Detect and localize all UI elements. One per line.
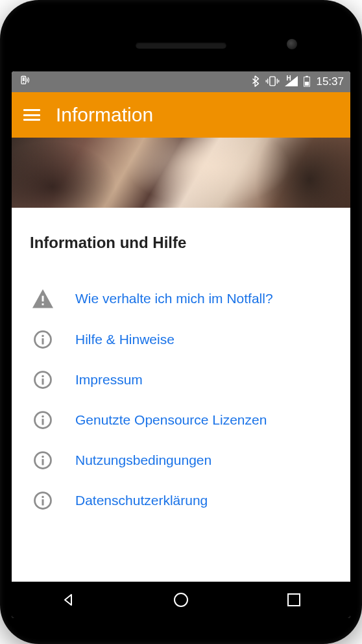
svg-point-22 <box>42 496 44 499</box>
info-icon <box>30 330 56 349</box>
svg-point-24 <box>175 593 187 606</box>
svg-point-2 <box>23 82 25 83</box>
svg-rect-5 <box>306 75 309 77</box>
help-item-label: Hilfe & Hinweise <box>75 330 332 349</box>
page-title: Information <box>56 104 153 126</box>
phone-speaker-area <box>12 19 350 71</box>
status-left <box>18 75 31 90</box>
svg-rect-14 <box>42 378 44 384</box>
info-icon <box>30 370 56 390</box>
vibrate-icon <box>265 75 280 89</box>
help-list: Wie verhalte ich mich im Notfall? Hilfe … <box>30 278 332 521</box>
svg-rect-8 <box>42 303 44 305</box>
signal-icon: H <box>285 76 298 88</box>
system-nav-bar <box>12 582 350 618</box>
info-icon <box>30 491 56 510</box>
svg-point-10 <box>42 335 44 338</box>
back-icon <box>60 592 76 608</box>
battery-icon <box>303 75 311 89</box>
svg-rect-3 <box>270 77 275 86</box>
svg-point-19 <box>42 456 44 458</box>
help-item-hints[interactable]: Hilfe & Hinweise <box>30 319 332 360</box>
section-title: Information und Hilfe <box>30 234 332 252</box>
info-icon <box>30 410 56 430</box>
svg-rect-17 <box>42 419 44 425</box>
phone-volume-icon <box>18 75 31 90</box>
help-item-emergency[interactable]: Wie verhalte ich mich im Notfall? <box>30 278 332 319</box>
help-item-label: Impressum <box>75 371 332 389</box>
phone-frame: H 15:37 Information Information und Hilf… <box>0 0 362 644</box>
help-item-terms[interactable]: Nutzungsbedingungen <box>30 440 332 480</box>
svg-rect-20 <box>42 459 44 465</box>
warning-icon <box>30 288 56 309</box>
svg-rect-11 <box>42 338 44 344</box>
front-camera <box>287 39 297 49</box>
clock-text: 15:37 <box>316 75 344 88</box>
status-right: H 15:37 <box>251 75 344 89</box>
recents-icon <box>287 593 301 607</box>
help-item-privacy[interactable]: Datenschutzerklärung <box>30 480 332 521</box>
speaker-slot <box>136 42 226 49</box>
screen: H 15:37 Information Information und Hilf… <box>12 71 350 618</box>
home-icon <box>173 591 189 608</box>
home-button[interactable] <box>168 587 194 613</box>
network-type-label: H <box>286 75 291 82</box>
svg-rect-1 <box>23 77 25 81</box>
status-bar: H 15:37 <box>12 71 350 92</box>
help-item-label: Wie verhalte ich mich im Notfall? <box>75 290 332 308</box>
info-icon <box>30 451 56 470</box>
back-button[interactable] <box>55 587 81 613</box>
svg-rect-23 <box>42 499 44 505</box>
menu-button[interactable] <box>23 109 40 121</box>
help-item-imprint[interactable]: Impressum <box>30 360 332 400</box>
svg-rect-25 <box>288 594 300 606</box>
help-item-label: Genutzte Opensource Lizenzen <box>75 411 332 429</box>
svg-point-13 <box>42 375 44 378</box>
svg-rect-6 <box>305 81 309 85</box>
svg-rect-7 <box>42 296 44 302</box>
bluetooth-icon <box>251 75 260 89</box>
hero-image <box>12 138 350 208</box>
recents-button[interactable] <box>281 587 307 613</box>
content-area: Information und Hilfe Wie verhalte ich m… <box>12 208 350 582</box>
action-bar: Information <box>12 92 350 138</box>
help-item-label: Datenschutzerklärung <box>75 491 332 510</box>
help-item-label: Nutzungsbedingungen <box>75 451 332 469</box>
help-item-opensource[interactable]: Genutzte Opensource Lizenzen <box>30 400 332 440</box>
hamburger-icon <box>23 109 40 111</box>
svg-point-16 <box>42 415 44 418</box>
